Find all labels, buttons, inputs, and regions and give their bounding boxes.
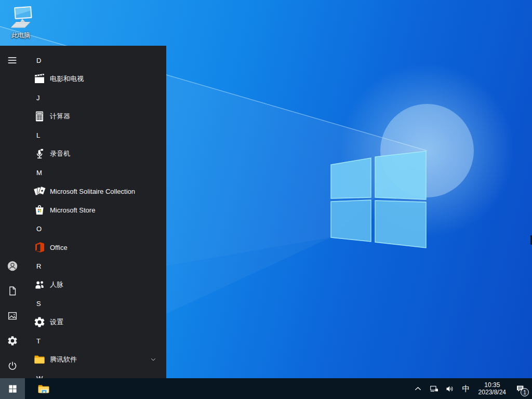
section-header-r[interactable]: R (25, 257, 166, 275)
section-header-j[interactable]: J (25, 88, 166, 107)
app-item[interactable]: ♠Microsoft Solitaire Collection (25, 182, 166, 201)
section-header-w[interactable]: W (25, 369, 166, 378)
start-menu: D电影和电视J计算器L录音机M♠Microsoft Solitaire Coll… (0, 46, 166, 378)
volume-button[interactable] (442, 378, 458, 399)
network-button[interactable] (426, 378, 442, 399)
movies-tv-icon (33, 73, 46, 85)
folder-icon (33, 353, 46, 366)
windows-start-icon (8, 384, 18, 394)
section-header-t[interactable]: T (25, 331, 166, 350)
account-icon (7, 260, 18, 272)
windows-desktop-screen: 此电脑 D电影和电视J计算器L录音机M♠Microsoft Solitaire … (0, 0, 532, 399)
start-rail (0, 46, 25, 378)
power-icon (7, 360, 18, 371)
settings-button[interactable] (0, 328, 25, 353)
section-header-o[interactable]: O (25, 219, 166, 238)
network-icon (429, 384, 439, 394)
app-item-label: 设置 (50, 317, 63, 327)
pictures-icon (7, 310, 18, 322)
app-item[interactable]: Office (25, 238, 166, 257)
this-pc-label: 此电脑 (4, 31, 37, 40)
hidden-icons-button[interactable] (410, 378, 426, 399)
app-item[interactable]: 录音机 (25, 144, 166, 163)
section-header-label: T (36, 337, 41, 345)
app-item[interactable]: 设置 (25, 313, 166, 331)
section-header-label: R (36, 262, 41, 270)
section-header-label: L (36, 131, 40, 139)
section-header-d[interactable]: D (25, 51, 166, 70)
this-pc-icon (7, 4, 34, 31)
section-header-label: D (36, 57, 41, 64)
section-header-label: O (36, 225, 42, 233)
calculator-icon (33, 110, 46, 123)
expand-menu-button[interactable] (0, 48, 25, 73)
store-icon (33, 204, 46, 216)
app-item-label: 计算器 (50, 112, 70, 121)
solitaire-icon: ♠ (33, 185, 46, 197)
power-button[interactable] (0, 353, 25, 378)
file-explorer-button[interactable] (31, 378, 56, 399)
gear-outline-icon (7, 335, 18, 347)
app-item[interactable]: 电影和电视 (25, 70, 166, 88)
start-button[interactable] (0, 378, 25, 399)
taskbar-clock[interactable]: 10:35 2023/8/24 (474, 381, 510, 396)
file-explorer-icon (37, 382, 50, 395)
pictures-button[interactable] (0, 303, 25, 328)
account-button[interactable] (0, 254, 25, 278)
app-item-label: 录音机 (50, 149, 70, 158)
section-header-m[interactable]: M (25, 163, 166, 182)
app-item-label: 腾讯软件 (50, 355, 77, 364)
system-tray: 中 10:35 2023/8/24 1 (410, 378, 532, 399)
app-item-label: Microsoft Solitaire Collection (50, 188, 135, 195)
hamburger-icon (7, 55, 18, 66)
app-item[interactable]: 计算器 (25, 107, 166, 126)
clock-date: 2023/8/24 (478, 389, 506, 396)
app-item-label: Microsoft Store (50, 206, 95, 214)
section-header-label: J (36, 94, 40, 102)
section-header-s[interactable]: S (25, 294, 166, 313)
settings-gear-icon (33, 316, 46, 328)
document-icon (7, 285, 18, 297)
taskbar: 中 10:35 2023/8/24 1 (0, 378, 532, 399)
clock-time: 10:35 (478, 381, 506, 389)
chevron-down-icon[interactable] (150, 356, 157, 363)
start-app-list: D电影和电视J计算器L录音机M♠Microsoft Solitaire Coll… (25, 46, 166, 378)
app-item-label: 电影和电视 (50, 74, 84, 84)
action-center-button[interactable]: 1 (510, 378, 531, 399)
section-header-label: M (36, 169, 42, 177)
app-item-label: Office (50, 244, 68, 251)
section-header-label: W (36, 375, 43, 379)
app-item[interactable]: 人脉 (25, 275, 166, 294)
desktop-icon-this-pc[interactable]: 此电脑 (4, 4, 37, 40)
volume-icon (445, 384, 455, 394)
chevron-up-icon (413, 384, 423, 394)
office-icon (33, 241, 46, 254)
voice-recorder-icon (33, 148, 46, 160)
ime-indicator[interactable]: 中 (458, 378, 474, 399)
section-header-l[interactable]: L (25, 126, 166, 144)
section-header-label: S (36, 300, 41, 308)
documents-button[interactable] (0, 278, 25, 303)
app-item[interactable]: 腾讯软件 (25, 350, 166, 369)
people-icon (33, 278, 46, 291)
app-item-label: 人脉 (50, 280, 63, 289)
app-item[interactable]: Microsoft Store (25, 201, 166, 219)
notification-badge: 1 (521, 388, 529, 396)
